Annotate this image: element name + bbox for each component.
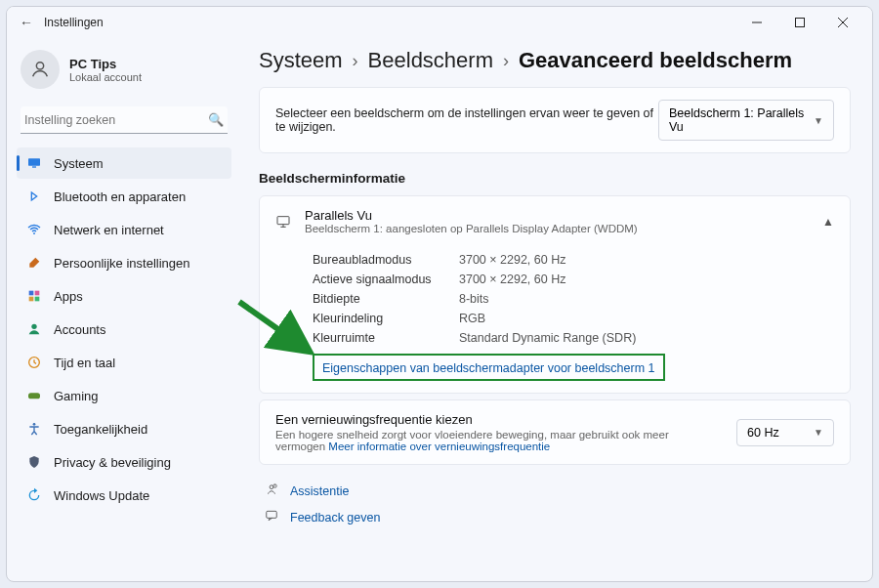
avatar — [21, 50, 60, 89]
svg-point-4 — [36, 63, 43, 69]
apps-icon — [26, 288, 42, 304]
monitor-icon — [275, 214, 291, 230]
breadcrumb-current: Geavanceerd beeldscherm — [519, 48, 792, 73]
svg-rect-6 — [32, 166, 36, 167]
display-name: Parallels Vu — [305, 208, 638, 223]
svg-point-7 — [33, 232, 35, 234]
feedback-icon — [265, 509, 280, 525]
chevron-up-icon: ▲ — [822, 215, 834, 229]
sidebar-item-label: Tijd en taal — [54, 356, 115, 370]
svg-point-12 — [31, 324, 36, 329]
accessibility-icon — [26, 421, 42, 437]
nav-list: SysteemBluetooth en apparatenNetwerk en … — [17, 147, 231, 511]
svg-rect-5 — [28, 158, 40, 165]
adapter-properties-link[interactable]: Eigenschappen van beeldschermadapter voo… — [322, 361, 655, 375]
help-icon: ? — [265, 483, 280, 499]
sidebar-item-tijd-en-taal[interactable]: Tijd en taal — [17, 347, 231, 378]
svg-rect-10 — [29, 297, 34, 302]
feedback-link[interactable]: Feedback geven — [265, 509, 851, 525]
property-row: Bitdiepte8-bits — [313, 289, 834, 309]
property-row: Bureaubladmodus3700 × 2292, 60 Hz — [313, 250, 834, 270]
chevron-down-icon: ▼ — [814, 115, 823, 126]
window-title: Instellingen — [44, 16, 104, 29]
refresh-desc: Een hogere snelheid zorgt voor vloeiende… — [275, 429, 721, 452]
svg-rect-14 — [28, 393, 40, 399]
sidebar-item-label: Systeem — [54, 156, 104, 171]
sidebar-item-gaming[interactable]: Gaming — [17, 380, 231, 411]
breadcrumb-system[interactable]: Systeem — [259, 48, 343, 73]
property-key: Kleurruimte — [313, 331, 459, 345]
wifi-icon — [26, 222, 42, 237]
brush-icon — [26, 255, 42, 271]
sidebar-item-accounts[interactable]: Accounts — [17, 314, 231, 345]
sidebar-item-label: Gaming — [54, 389, 99, 403]
sidebar-item-privacy-beveiliging[interactable]: Privacy & beveiliging — [17, 446, 231, 478]
display-info-heading: Beeldscherminformatie — [259, 171, 851, 186]
property-key: Bureaubladmodus — [313, 253, 459, 267]
property-row: KleurindelingRGB — [313, 309, 834, 328]
sidebar-item-label: Accounts — [54, 322, 105, 337]
property-value: 3700 × 2292, 60 Hz — [459, 273, 565, 286]
title-bar: ← Instellingen — [7, 7, 872, 38]
display-dropdown[interactable]: Beeldscherm 1: Parallels Vu ▼ — [658, 100, 834, 141]
maximize-button[interactable] — [778, 7, 821, 38]
shield-icon — [26, 454, 42, 470]
svg-rect-8 — [29, 291, 34, 296]
sidebar-item-label: Windows Update — [54, 488, 149, 503]
sidebar-item-systeem[interactable]: Systeem — [17, 147, 231, 179]
property-row: Actieve signaalmodus3700 × 2292, 60 Hz — [313, 270, 834, 289]
svg-point-15 — [33, 423, 36, 426]
property-key: Kleurindeling — [313, 312, 459, 325]
help-link[interactable]: ? Assistentie — [265, 483, 851, 499]
sidebar-item-label: Privacy & beveiliging — [54, 455, 171, 470]
clock-icon — [26, 355, 42, 370]
display-sub: Beeldscherm 1: aangesloten op Parallels … — [305, 223, 638, 234]
sidebar-item-windows-update[interactable]: Windows Update — [17, 480, 231, 511]
sidebar-item-apps[interactable]: Apps — [17, 280, 231, 312]
close-button[interactable] — [821, 7, 864, 38]
display-properties: Bureaubladmodus3700 × 2292, 60 HzActieve… — [260, 246, 850, 393]
svg-rect-11 — [35, 297, 40, 302]
svg-rect-1 — [796, 19, 805, 27]
back-button[interactable]: ← — [15, 15, 38, 30]
refresh-heading: Een vernieuwingsfrequentie kiezen — [275, 412, 721, 427]
gamepad-icon — [26, 388, 42, 403]
breadcrumb-display[interactable]: Beeldscherm — [368, 48, 493, 73]
refresh-rate-dropdown[interactable]: 60 Hz ▼ — [736, 419, 834, 446]
sidebar: PC Tips Lokaal account 🔍 SysteemBluetoot… — [7, 38, 241, 581]
svg-rect-22 — [267, 511, 277, 518]
person-icon — [29, 59, 51, 80]
sidebar-item-label: Persoonlijke instellingen — [54, 256, 189, 271]
property-value: 8-bits — [459, 292, 489, 306]
sidebar-item-label: Bluetooth en apparaten — [54, 189, 186, 204]
refresh-more-link[interactable]: Meer informatie over vernieuwingsfrequen… — [328, 441, 550, 452]
monitor-icon — [26, 155, 42, 171]
display-info-header[interactable]: Parallels Vu Beeldscherm 1: aangesloten … — [260, 196, 850, 246]
search-icon: 🔍 — [208, 112, 224, 127]
chevron-right-icon: › — [503, 51, 509, 71]
sidebar-item-label: Apps — [54, 289, 83, 304]
svg-point-19 — [270, 485, 273, 489]
user-sub: Lokaal account — [69, 71, 142, 83]
sidebar-item-netwerk-en-internet[interactable]: Netwerk en internet — [17, 214, 231, 245]
chevron-down-icon: ▼ — [814, 427, 823, 438]
main-content: Systeem › Beeldscherm › Geavanceerd beel… — [241, 38, 872, 581]
minimize-button[interactable] — [735, 7, 778, 38]
svg-rect-16 — [277, 216, 289, 224]
sidebar-item-label: Toegankelijkheid — [54, 422, 147, 437]
property-value: 3700 × 2292, 60 Hz — [459, 253, 565, 267]
refresh-rate-value: 60 Hz — [747, 426, 779, 440]
minimize-icon — [752, 18, 762, 27]
svg-rect-9 — [35, 291, 40, 296]
property-key: Bitdiepte — [313, 292, 459, 306]
sidebar-item-label: Netwerk en internet — [54, 223, 164, 237]
adapter-properties-highlight: Eigenschappen van beeldschermadapter voo… — [313, 354, 665, 381]
sidebar-item-toegankelijkheid[interactable]: Toegankelijkheid — [17, 413, 231, 444]
user-name: PC Tips — [69, 57, 142, 71]
display-selector-text: Selecteer een beeldscherm om de instelli… — [275, 106, 658, 134]
search-box[interactable]: 🔍 — [21, 106, 228, 134]
sidebar-item-persoonlijke-instellingen[interactable]: Persoonlijke instellingen — [17, 247, 231, 278]
user-profile[interactable]: PC Tips Lokaal account — [17, 46, 231, 101]
search-input[interactable] — [24, 113, 208, 127]
sidebar-item-bluetooth-en-apparaten[interactable]: Bluetooth en apparaten — [17, 181, 231, 212]
